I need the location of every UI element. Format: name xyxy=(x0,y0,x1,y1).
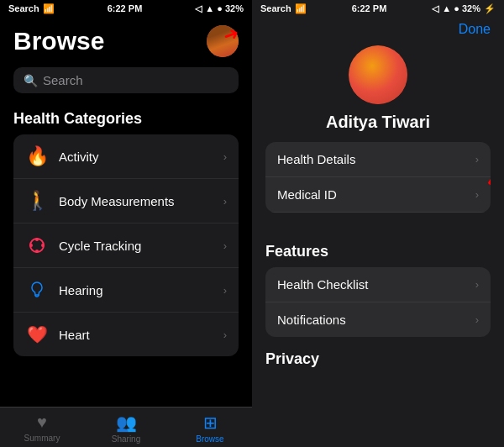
category-item-activity[interactable]: 🔥 Activity › xyxy=(13,134,239,179)
sharing-label: Sharing xyxy=(112,434,140,444)
cycle-tracking-label: Cycle Tracking xyxy=(59,239,213,253)
carrier-right: Search 📶 xyxy=(260,3,307,14)
right-content: Done Aditya Tiwari Health Details › Medi… xyxy=(252,17,504,447)
search-bar[interactable]: 🔍 Search xyxy=(13,67,239,93)
svg-point-3 xyxy=(29,244,33,247)
status-bar-right: Search 📶 6:22 PM ◁ ▲ ● 32% ⚡ xyxy=(252,0,504,17)
tab-summary[interactable]: ♥ Summary xyxy=(0,413,84,444)
left-panel: Search 📶 6:22 PM ◁ ▲ ● 32% Browse ➜ 🔍 Se… xyxy=(0,0,252,447)
chevron-activity: › xyxy=(223,150,227,163)
chevron-health-checklist: › xyxy=(475,278,479,291)
medical-id-label: Medical ID xyxy=(277,187,475,202)
health-checklist-item[interactable]: Health Checklist › xyxy=(265,267,491,302)
category-item-cycle-tracking[interactable]: Cycle Tracking › xyxy=(13,224,239,268)
browse-tab-label: Browse xyxy=(196,434,223,444)
features-list: Health Checklist › Notifications › xyxy=(265,267,491,337)
battery-bolt: ⚡ xyxy=(484,3,496,14)
signal-bars-left: 📶 xyxy=(43,3,55,14)
status-bar-left: Search 📶 6:22 PM ◁ ▲ ● 32% xyxy=(0,0,252,17)
tab-sharing[interactable]: 👥 Sharing xyxy=(84,413,168,444)
time-right: 6:22 PM xyxy=(352,3,387,13)
chevron-health-details: › xyxy=(475,153,479,166)
categories-list: 🔥 Activity › 🚶 Body Measurements › xyxy=(13,134,239,356)
profile-name: Aditya Tiwari xyxy=(326,113,430,132)
summary-icon: ♥ xyxy=(37,413,47,432)
signal-bars-right: 📶 xyxy=(295,3,307,14)
activity-label: Activity xyxy=(59,150,213,164)
profile-section: Aditya Tiwari Health Details › Medical I… xyxy=(252,37,504,239)
svg-point-1 xyxy=(35,238,39,241)
activity-icon: 🔥 xyxy=(25,145,49,168)
battery-left: ▲ ● 32% xyxy=(205,3,244,13)
svg-point-2 xyxy=(35,250,39,253)
chevron-cycle: › xyxy=(223,239,227,252)
status-icons-right: ◁ ▲ ● 32% ⚡ xyxy=(432,3,496,14)
heart-label: Heart xyxy=(59,328,213,342)
tab-browse[interactable]: ⊞ Browse xyxy=(168,413,252,444)
body-measurements-label: Body Measurements xyxy=(59,194,213,208)
sharing-icon: 👥 xyxy=(116,413,137,433)
cycle-tracking-icon xyxy=(25,234,49,257)
left-content: Browse ➜ 🔍 Search Health Categories 🔥 Ac… xyxy=(0,17,252,407)
svg-point-4 xyxy=(41,244,45,247)
hearing-label: Hearing xyxy=(59,283,213,297)
search-placeholder-text: Search xyxy=(43,73,83,87)
privacy-title: Privacy xyxy=(265,350,491,368)
notifications-item[interactable]: Notifications › xyxy=(265,302,491,337)
chevron-notifications: › xyxy=(475,313,479,326)
category-item-heart[interactable]: ❤️ Heart › xyxy=(13,313,239,356)
location-icon-right: ◁ xyxy=(432,3,438,14)
browse-header: Browse xyxy=(13,25,239,57)
medical-id-item[interactable]: Medical ID › xyxy=(265,177,491,213)
summary-label: Summary xyxy=(24,434,60,443)
bottom-tab-bar: ♥ Summary 👥 Sharing ⊞ Browse xyxy=(0,407,252,447)
battery-right: ▲ ● 32% xyxy=(442,3,480,13)
right-panel: Search 📶 6:22 PM ◁ ▲ ● 32% ⚡ Done Aditya… xyxy=(252,0,504,447)
health-details-label: Health Details xyxy=(277,152,475,166)
carrier-text-left: Search xyxy=(8,3,39,13)
chevron-medical-id: › xyxy=(475,188,479,201)
health-details-list: Health Details › Medical ID › ➜ xyxy=(265,142,491,213)
notifications-label: Notifications xyxy=(277,313,475,327)
chevron-hearing: › xyxy=(223,284,227,297)
features-title: Features xyxy=(265,243,491,260)
status-icons-left: ◁ ▲ ● 32% xyxy=(195,3,244,14)
body-measurements-icon: 🚶 xyxy=(25,189,49,213)
profile-avatar xyxy=(349,45,407,104)
health-checklist-label: Health Checklist xyxy=(277,277,475,292)
category-item-hearing[interactable]: Hearing › xyxy=(13,268,239,313)
carrier-left: Search 📶 xyxy=(8,3,55,14)
health-categories-title: Health Categories xyxy=(13,110,239,128)
chevron-body: › xyxy=(223,195,227,208)
browse-title: Browse xyxy=(13,27,104,55)
hearing-icon xyxy=(25,278,49,302)
heart-icon: ❤️ xyxy=(25,323,49,346)
chevron-heart: › xyxy=(223,329,227,341)
right-top-bar: Done xyxy=(252,17,504,37)
health-details-item[interactable]: Health Details › xyxy=(265,142,491,177)
browse-icon: ⊞ xyxy=(203,413,218,433)
done-button[interactable]: Done xyxy=(459,22,491,37)
carrier-text-right: Search xyxy=(260,3,291,13)
category-item-body-measurements[interactable]: 🚶 Body Measurements › xyxy=(13,179,239,224)
time-left: 6:22 PM xyxy=(108,3,143,13)
profile-avatar-image xyxy=(349,45,407,104)
location-icon: ◁ xyxy=(195,3,202,14)
search-icon: 🔍 xyxy=(24,74,38,87)
